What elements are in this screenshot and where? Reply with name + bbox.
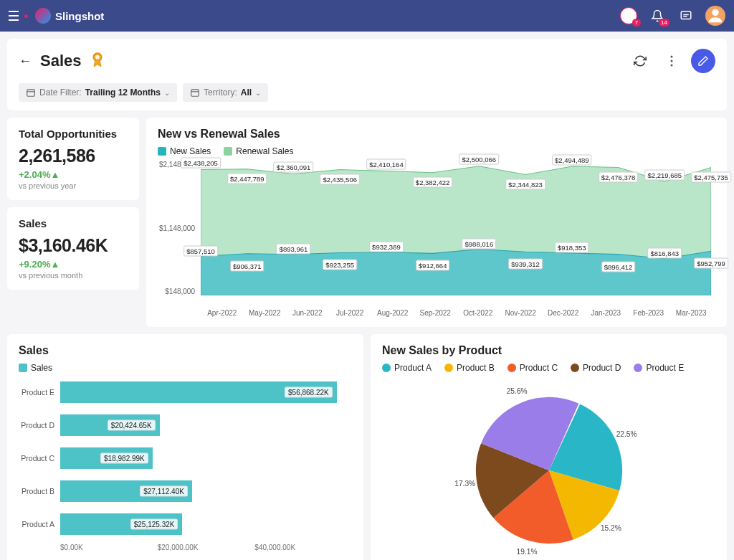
filter-date[interactable]: Date Filter: Trailing 12 Months ⌄ bbox=[19, 83, 177, 102]
kpi-sales-card[interactable]: Sales $3,160.46K +9.20%▲ vs previous mon… bbox=[7, 207, 139, 290]
bar-value-label: $20,424.65K bbox=[108, 420, 156, 431]
legend-item: Product A bbox=[382, 363, 432, 373]
legend-label: Renewal Sales bbox=[236, 146, 293, 156]
chart-title: New vs Renewal Sales bbox=[158, 128, 715, 141]
app-logo[interactable]: Slingshot bbox=[35, 8, 104, 24]
chevron-down-icon: ⌄ bbox=[255, 89, 261, 97]
kpi-value: $3,160.46K bbox=[19, 235, 128, 256]
data-label: $932,389 bbox=[369, 242, 404, 252]
bar-label: Product D bbox=[19, 421, 60, 430]
data-label: $988,016 bbox=[462, 239, 497, 250]
kpi-sub: vs previous month bbox=[19, 271, 128, 280]
kpi-change: +2.04%▲ bbox=[19, 169, 128, 180]
menu-icon[interactable] bbox=[9, 11, 28, 21]
svg-text:22.5%: 22.5% bbox=[616, 430, 637, 438]
filter-date-label: Date Filter: bbox=[39, 87, 82, 98]
kpi-opportunities-card[interactable]: Total Opportunities 2,261,586 +2.04%▲ vs… bbox=[7, 118, 139, 200]
profile-indicator-icon[interactable]: 7 bbox=[619, 6, 638, 25]
legend-item: Product C bbox=[507, 363, 558, 373]
edit-button[interactable] bbox=[691, 49, 715, 73]
kpi-title: Sales bbox=[19, 217, 128, 229]
bar-value-label: $25,125.32K bbox=[130, 519, 178, 530]
pie-chart: 22.5%15.2%19.1%17.3%25.6% bbox=[382, 377, 715, 560]
back-arrow-icon[interactable]: ← bbox=[19, 54, 32, 69]
bar-row: Product D$20,424.65K bbox=[19, 412, 352, 439]
legend-label: Sales bbox=[31, 363, 52, 373]
area-chart: $2,148,000$1,148,000$148,000 $2,438,205$… bbox=[158, 161, 715, 317]
data-label: $2,438,205 bbox=[181, 158, 221, 169]
bar-label: Product B bbox=[19, 487, 60, 495]
page-title: Sales bbox=[40, 52, 82, 70]
bar-value-label: $18,982.99K bbox=[100, 453, 148, 464]
chevron-down-icon: ⌄ bbox=[164, 89, 170, 97]
data-label: $2,382,422 bbox=[413, 176, 453, 187]
data-label: $906,371 bbox=[230, 260, 264, 271]
svg-point-10 bbox=[671, 65, 673, 67]
kpi-title: Total Opportunities bbox=[19, 128, 128, 140]
chart-title: New Sales by Product bbox=[382, 344, 715, 357]
legend-item: Product E bbox=[634, 363, 684, 373]
bar-value-label: $56,868.22K bbox=[285, 387, 333, 398]
legend-label: New Sales bbox=[170, 146, 211, 156]
area-chart-card[interactable]: New vs Renewal Sales New Sales Renewal S… bbox=[146, 118, 727, 327]
data-label: $952,799 bbox=[694, 258, 728, 269]
bar-row: Product B$27,112.40K bbox=[19, 478, 352, 505]
data-label: $912,664 bbox=[416, 260, 450, 271]
data-label: $923,255 bbox=[323, 260, 357, 270]
logo-mark-icon bbox=[35, 8, 51, 24]
filter-date-value: Trailing 12 Months bbox=[85, 87, 161, 98]
data-label: $2,476,378 bbox=[599, 171, 639, 182]
svg-point-9 bbox=[671, 60, 673, 62]
filter-territory-value: All bbox=[241, 87, 252, 98]
pie-legend: Product AProduct BProduct CProduct DProd… bbox=[382, 363, 715, 373]
calendar-icon bbox=[26, 87, 36, 98]
kpi-change: +9.20%▲ bbox=[19, 259, 128, 270]
badge-2: 14 bbox=[659, 19, 669, 27]
chat-icon[interactable] bbox=[677, 6, 695, 25]
kpi-sub: vs previous year bbox=[19, 181, 128, 190]
pie-chart-card[interactable]: New Sales by Product Product AProduct BP… bbox=[371, 334, 727, 560]
data-label: $2,447,789 bbox=[227, 173, 267, 184]
data-label: $2,500,066 bbox=[459, 154, 500, 165]
ribbon-icon bbox=[90, 51, 105, 72]
data-label: $2,435,506 bbox=[320, 174, 360, 184]
area-legend: New Sales Renewal Sales bbox=[158, 146, 715, 156]
svg-text:19.1%: 19.1% bbox=[516, 548, 537, 556]
more-menu-button[interactable] bbox=[659, 49, 684, 73]
data-label: $893,961 bbox=[277, 244, 311, 255]
calendar-icon bbox=[190, 87, 200, 98]
data-label: $2,344,823 bbox=[505, 179, 545, 189]
top-bar: Slingshot 7 14 bbox=[0, 0, 734, 32]
svg-text:25.6%: 25.6% bbox=[506, 387, 527, 395]
bar-value-label: $27,112.40K bbox=[140, 486, 188, 497]
user-avatar[interactable] bbox=[705, 6, 725, 26]
bar-row: Product E$56,868.22K bbox=[19, 379, 352, 406]
data-label: $939,312 bbox=[508, 259, 543, 270]
data-label: $918,353 bbox=[555, 242, 589, 253]
refresh-button[interactable] bbox=[628, 49, 652, 73]
data-label: $2,475,735 bbox=[691, 171, 731, 182]
app-name: Slingshot bbox=[55, 10, 104, 22]
chart-title: Sales bbox=[19, 344, 352, 357]
svg-text:15.2%: 15.2% bbox=[600, 524, 621, 532]
bar-chart-card[interactable]: Sales Sales Product E$56,868.22KProduct … bbox=[7, 334, 363, 560]
page-header: ← Sales Date Filter: Trailing 12 Months … bbox=[7, 39, 727, 110]
data-label: $2,360,091 bbox=[274, 161, 314, 172]
data-label: $816,843 bbox=[647, 248, 682, 259]
kpi-value: 2,261,586 bbox=[19, 146, 128, 166]
filter-territory-label: Territory: bbox=[204, 87, 237, 98]
legend-item: Product B bbox=[444, 363, 495, 373]
data-label: $2,219,685 bbox=[644, 169, 685, 180]
data-label: $2,494,489 bbox=[552, 154, 592, 165]
bar-label: Product C bbox=[19, 454, 60, 462]
bar-row: Product A$25,125.32K bbox=[19, 511, 352, 538]
bell-icon[interactable]: 14 bbox=[648, 6, 667, 25]
bar-chart: Product E$56,868.22KProduct D$20,424.65K… bbox=[19, 379, 352, 560]
svg-text:17.3%: 17.3% bbox=[454, 480, 475, 488]
svg-point-8 bbox=[671, 56, 673, 58]
bar-label: Product E bbox=[19, 388, 60, 397]
badge-1: 7 bbox=[632, 19, 641, 27]
svg-rect-13 bbox=[191, 90, 199, 96]
data-label: $896,412 bbox=[601, 261, 636, 272]
filter-territory[interactable]: Territory: All ⌄ bbox=[183, 83, 268, 102]
